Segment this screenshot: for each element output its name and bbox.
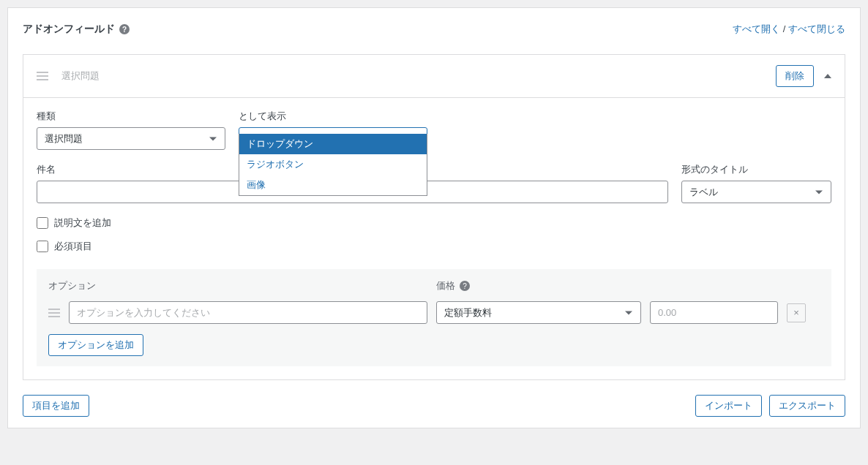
option-price-input[interactable]: [650, 301, 778, 324]
display-as-label: として表示: [239, 110, 427, 123]
expand-all-link[interactable]: すべて開く: [733, 23, 780, 34]
spacer-column: [441, 110, 629, 150]
title-format-label: 形式のタイトル: [681, 163, 831, 176]
delete-button[interactable]: 削除: [776, 65, 814, 87]
required-row: 必須項目: [37, 240, 831, 253]
item-head-left: 選択問題: [37, 69, 100, 83]
title-format-column: 形式のタイトル: [681, 163, 831, 203]
dropdown-option-radio[interactable]: ラジオボタン: [239, 154, 427, 175]
options-header: オプション 価格 ?: [48, 279, 820, 292]
required-checkbox[interactable]: [37, 241, 48, 252]
panel-header: アドオンフィールド ? すべて開く / すべて閉じる: [23, 23, 845, 36]
export-button[interactable]: エクスポート: [769, 395, 845, 417]
option-row: ×: [48, 301, 820, 324]
type-label: 種類: [37, 110, 225, 123]
item-head-right: 削除: [776, 65, 831, 87]
required-label: 必須項目: [54, 240, 92, 253]
option-pricetype-select[interactable]: [436, 301, 641, 324]
footer-row: 項目を追加 インポート エクスポート: [23, 395, 845, 417]
dropdown-option-image[interactable]: 画像: [239, 175, 427, 195]
options-col-price-label: 価格 ?: [436, 279, 470, 292]
options-col-option-label: オプション: [48, 279, 436, 292]
title-format-select[interactable]: [681, 181, 831, 203]
add-description-label: 説明文を追加: [54, 216, 111, 230]
item-body: 種類 として表示 ドロップダウン ラジオボタン 画像: [23, 98, 845, 379]
collapse-toggle-icon[interactable]: [824, 74, 831, 78]
help-icon[interactable]: ?: [119, 24, 130, 34]
add-description-checkbox[interactable]: [37, 217, 48, 229]
add-description-row: 説明文を追加: [37, 216, 831, 230]
type-column: 種類: [37, 110, 225, 150]
drag-handle-icon[interactable]: [48, 309, 60, 317]
spacer-column-2: [643, 110, 831, 150]
type-select[interactable]: [37, 127, 225, 150]
help-icon[interactable]: ?: [460, 281, 470, 291]
item-card-header: 選択問題 削除: [23, 55, 845, 98]
addon-item-card: 選択問題 削除 種類 として表示: [23, 54, 845, 380]
remove-option-button[interactable]: ×: [787, 303, 806, 322]
drag-handle-icon[interactable]: [37, 72, 48, 80]
options-section: オプション 価格 ?: [37, 269, 831, 366]
add-option-button[interactable]: オプションを追加: [48, 334, 143, 356]
item-head-title: 選択問題: [61, 69, 100, 83]
collapse-all-link[interactable]: すべて閉じる: [788, 23, 845, 34]
display-as-dropdown: ドロップダウン ラジオボタン 画像: [239, 134, 427, 196]
display-as-column: として表示 ドロップダウン ラジオボタン 画像: [239, 110, 427, 150]
panel-title: アドオンフィールド: [23, 23, 115, 36]
header-actions: すべて開く / すべて閉じる: [733, 23, 845, 36]
option-name-input[interactable]: [69, 301, 427, 324]
panel-title-wrap: アドオンフィールド ?: [23, 23, 130, 36]
dropdown-option-dropdown[interactable]: ドロップダウン: [239, 134, 427, 154]
import-button[interactable]: インポート: [695, 395, 762, 417]
add-item-button[interactable]: 項目を追加: [23, 395, 89, 417]
addon-fields-panel: アドオンフィールド ? すべて開く / すべて閉じる 選択問題 削除: [7, 7, 861, 428]
